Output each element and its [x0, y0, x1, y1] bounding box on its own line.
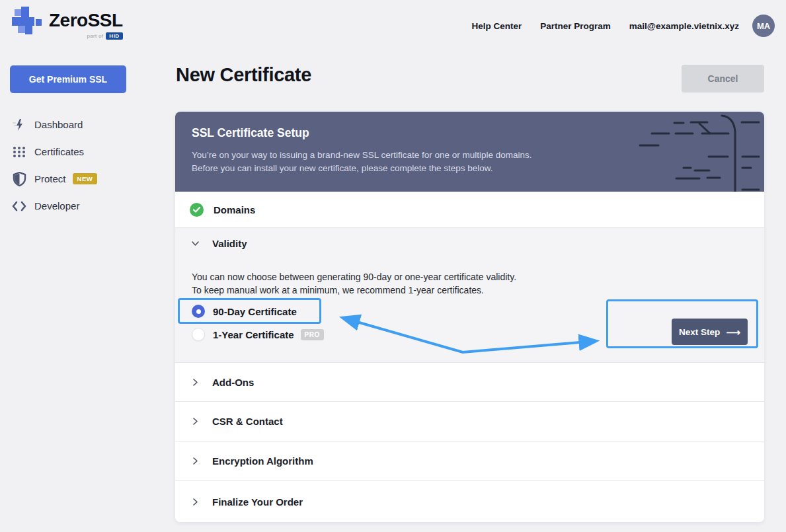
- shield-icon: [12, 172, 26, 186]
- page-title: New Certificate: [176, 64, 311, 86]
- zerossl-logo-icon: [9, 7, 42, 41]
- card-header: SSL Certificate Setup You’re on your way…: [175, 112, 764, 192]
- zerossl-logo[interactable]: ZeroSSL part of HID: [9, 7, 123, 41]
- code-brackets-icon: [12, 199, 26, 213]
- hid-badge: HID: [106, 32, 122, 40]
- top-bar: ZeroSSL part of HID Help Center Partner …: [0, 0, 786, 52]
- step-add-ons[interactable]: Add-Ons: [175, 363, 764, 402]
- get-premium-ssl-button[interactable]: Get Premium SSL: [10, 65, 126, 93]
- partner-program-link[interactable]: Partner Program: [540, 21, 611, 31]
- account-email[interactable]: mail@example.vietnix.xyz: [629, 21, 739, 31]
- step-finalize-order[interactable]: Finalize Your Order: [175, 481, 764, 522]
- cancel-button[interactable]: Cancel: [682, 65, 764, 93]
- step-validity-header[interactable]: Validity: [175, 228, 764, 258]
- step-encryption-algorithm[interactable]: Encryption Algorithm: [175, 441, 764, 481]
- ssl-setup-card: SSL Certificate Setup You’re on your way…: [175, 112, 764, 522]
- check-icon: [190, 203, 204, 217]
- arrow-right-icon: ⟶: [726, 327, 740, 337]
- chevron-right-icon: [191, 417, 200, 426]
- dashboard-bolt-icon: [12, 118, 26, 132]
- radio-1-year-certificate[interactable]: 1-Year Certificate PRO: [192, 328, 324, 341]
- top-nav: Help Center Partner Program mail@example…: [471, 0, 775, 52]
- card-description: You’re on your way to issuing a brand-ne…: [192, 149, 532, 175]
- card-title: SSL Certificate Setup: [192, 126, 309, 140]
- step-domains[interactable]: Domains: [175, 192, 764, 228]
- sidebar-item-certificates[interactable]: Certificates: [0, 138, 175, 165]
- radio-90-day-certificate[interactable]: 90-Day Certificate: [192, 305, 297, 318]
- radio-selected-icon[interactable]: [192, 305, 205, 318]
- validity-description: You can now choose between generating 90…: [192, 270, 516, 297]
- logo-brand-text: ZeroSSL: [49, 9, 123, 32]
- pro-badge: PRO: [301, 329, 324, 340]
- chevron-right-icon: [191, 498, 200, 506]
- avatar[interactable]: MA: [752, 15, 775, 37]
- sidebar-item-developer[interactable]: Developer: [0, 192, 175, 219]
- next-step-button[interactable]: Next Step ⟶: [672, 319, 748, 345]
- sidebar-item-protect[interactable]: Protect NEW: [0, 165, 175, 192]
- new-badge: NEW: [73, 173, 98, 184]
- sidebar-item-dashboard[interactable]: Dashboard: [0, 111, 175, 138]
- certificates-grid-icon: [12, 145, 26, 159]
- logo-tagline: part of: [87, 33, 104, 39]
- help-center-link[interactable]: Help Center: [471, 21, 522, 31]
- certificate-illustration: [625, 112, 764, 192]
- chevron-right-icon: [191, 457, 200, 465]
- radio-unselected-icon[interactable]: [192, 328, 205, 341]
- chevron-down-icon: [191, 239, 200, 248]
- step-csr-contact[interactable]: CSR & Contact: [175, 402, 764, 441]
- chevron-right-icon: [191, 378, 200, 387]
